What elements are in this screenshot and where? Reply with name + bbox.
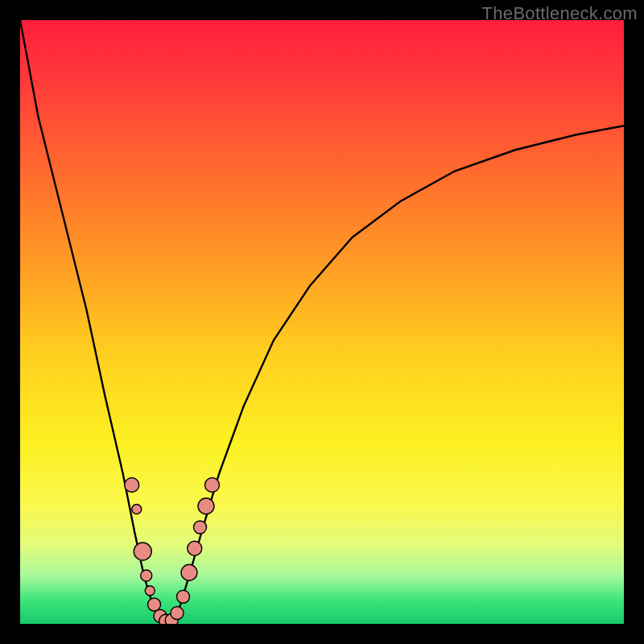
bottleneck-curve-svg — [20, 20, 624, 624]
curve-marker — [132, 505, 142, 514]
curve-marker — [177, 590, 190, 603]
curve-marker — [181, 564, 197, 580]
curve-path-group — [20, 20, 624, 624]
curve-marker — [198, 498, 214, 514]
curve-marker — [171, 607, 184, 620]
chart-plot-area — [20, 20, 624, 624]
curve-markers-group — [125, 478, 220, 625]
curve-marker — [205, 478, 220, 493]
curve-marker — [188, 541, 202, 555]
curve-marker — [141, 570, 152, 581]
curve-marker — [148, 598, 161, 611]
curve-marker — [194, 521, 207, 534]
curve-marker — [134, 543, 151, 560]
curve-marker — [145, 586, 155, 596]
curve-marker — [125, 478, 139, 493]
watermark-label: TheBottleneck.com — [482, 3, 638, 24]
curve-path — [20, 20, 624, 624]
